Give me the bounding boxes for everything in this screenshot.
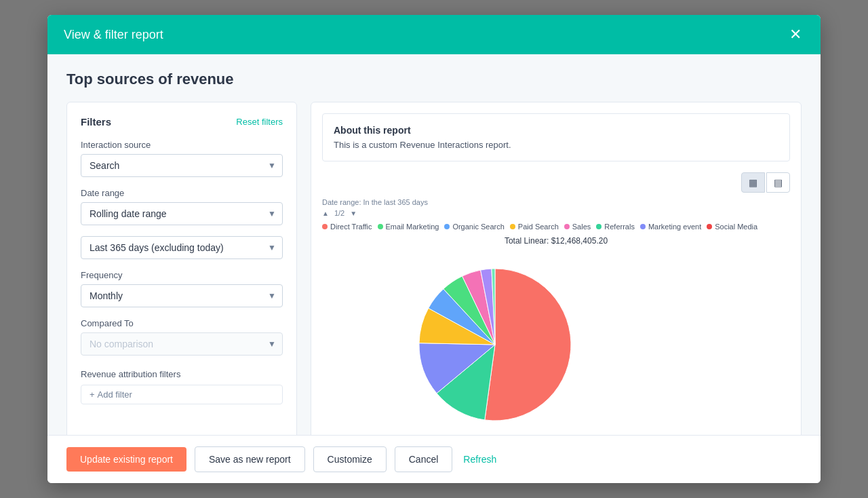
legend-label: Social Media (715, 223, 757, 231)
legend-label: Organic Search (452, 223, 504, 231)
chart-area: Total Linear: $12,468,405.20 (322, 236, 790, 435)
refresh-button[interactable]: Refresh (460, 447, 499, 472)
report-title: Top sources of revenue (66, 71, 802, 88)
frequency-group: Frequency Monthly ▼ (81, 270, 283, 307)
legend-label: Paid Search (518, 223, 559, 231)
date-range-wrapper: Rolling date range ▼ (81, 202, 283, 225)
frequency-label: Frequency (81, 270, 283, 280)
modal-header: View & filter report ✕ (47, 15, 821, 54)
table-chart-button[interactable]: ▤ (766, 172, 790, 193)
reset-filters-button[interactable]: Reset filters (236, 117, 283, 127)
table-icon: ▤ (774, 177, 783, 188)
content-row: Filters Reset filters Interaction source… (66, 102, 802, 435)
interaction-source-group: Interaction source Search ▼ (81, 140, 283, 177)
about-report-description: This is a custom Revenue Interactions re… (334, 140, 778, 150)
about-report-section: About this report This is a custom Reven… (322, 113, 790, 161)
chart-toolbar: ▦ ▤ (322, 172, 790, 193)
modal-footer: Update existing report Save as new repor… (47, 435, 821, 483)
total-linear-label: Total Linear: $12,468,405.20 (505, 236, 608, 246)
frequency-wrapper: Monthly ▼ (81, 284, 283, 307)
pagination-next-icon[interactable]: ▼ (350, 210, 357, 217)
legend-color (378, 224, 383, 229)
modal-overlay: View & filter report ✕ Top sources of re… (0, 0, 868, 498)
legend-item: Referrals (596, 223, 635, 231)
revenue-attribution-label: Revenue attribution filters (81, 369, 283, 379)
modal-title: View & filter report (64, 28, 163, 42)
chart-legend: ▲ 1/2 ▼ (322, 209, 790, 217)
date-range-option-group: Last 365 days (excluding today) ▼ (81, 236, 283, 259)
legend-color (564, 224, 570, 229)
pagination-prev-icon[interactable]: ▲ (322, 210, 329, 217)
cancel-button[interactable]: Cancel (395, 446, 453, 472)
plus-icon: + (90, 389, 95, 400)
date-range-select[interactable]: Rolling date range (81, 202, 283, 225)
compared-to-label: Compared To (81, 318, 283, 328)
legend-item: Email Marketing (378, 223, 439, 231)
update-report-button[interactable]: Update existing report (66, 447, 186, 472)
chart-legend-items: Direct TrafficEmail MarketingOrganic Sea… (322, 223, 790, 231)
legend-label: Direct Traffic (330, 223, 372, 231)
compared-to-wrapper: No comparison ▼ (81, 332, 283, 356)
date-range-option-select[interactable]: Last 365 days (excluding today) (81, 236, 283, 259)
chart-date-range: Date range: In the last 365 days (322, 198, 790, 206)
date-range-label: Date range (81, 188, 283, 198)
pie-chart-svg (400, 250, 590, 435)
add-filter-label: Add filter (98, 389, 132, 400)
customize-button[interactable]: Customize (313, 446, 387, 472)
pie-chart-container: Total Linear: $12,468,405.20 (400, 236, 712, 435)
modal-body: Top sources of revenue Filters Reset fil… (47, 54, 821, 435)
frequency-select[interactable]: Monthly (81, 284, 283, 307)
legend-color (640, 224, 646, 229)
date-range-group: Date range Rolling date range ▼ (81, 188, 283, 225)
legend-item: Marketing event (640, 223, 701, 231)
legend-label: Email Marketing (386, 223, 439, 231)
legend-label: Marketing event (648, 223, 701, 231)
filters-label: Filters (81, 116, 111, 128)
compared-to-group: Compared To No comparison ▼ (81, 318, 283, 356)
pagination-label: 1/2 (334, 209, 344, 217)
date-range-option-wrapper: Last 365 days (excluding today) ▼ (81, 236, 283, 259)
legend-item: Direct Traffic (322, 223, 372, 231)
legend-color (322, 224, 328, 229)
filters-header: Filters Reset filters (81, 116, 283, 128)
interaction-source-label: Interaction source (81, 140, 283, 150)
bar-chart-button[interactable]: ▦ (741, 172, 765, 193)
legend-item: Social Media (707, 223, 757, 231)
filters-panel: Filters Reset filters Interaction source… (66, 102, 297, 435)
save-new-report-button[interactable]: Save as new report (195, 446, 305, 472)
modal-dialog: View & filter report ✕ Top sources of re… (47, 15, 821, 483)
legend-label: Sales (572, 223, 591, 231)
legend-color (707, 224, 712, 229)
bar-chart-icon: ▦ (749, 177, 757, 188)
legend-item: Organic Search (444, 223, 504, 231)
legend-item: Sales (564, 223, 591, 231)
interaction-source-select[interactable]: Search (81, 154, 283, 177)
legend-color (444, 224, 450, 229)
interaction-source-wrapper: Search ▼ (81, 154, 283, 177)
legend-color (510, 224, 515, 229)
legend-color (596, 224, 601, 229)
about-report-title: About this report (334, 125, 778, 136)
legend-label: Referrals (604, 223, 635, 231)
add-filter-button[interactable]: + Add filter (81, 385, 283, 404)
close-button[interactable]: ✕ (787, 27, 804, 42)
legend-item: Paid Search (510, 223, 559, 231)
revenue-attribution-section: Revenue attribution filters + Add filter (81, 369, 283, 404)
compared-to-select[interactable]: No comparison (81, 332, 283, 356)
chart-panel: About this report This is a custom Reven… (311, 102, 802, 435)
